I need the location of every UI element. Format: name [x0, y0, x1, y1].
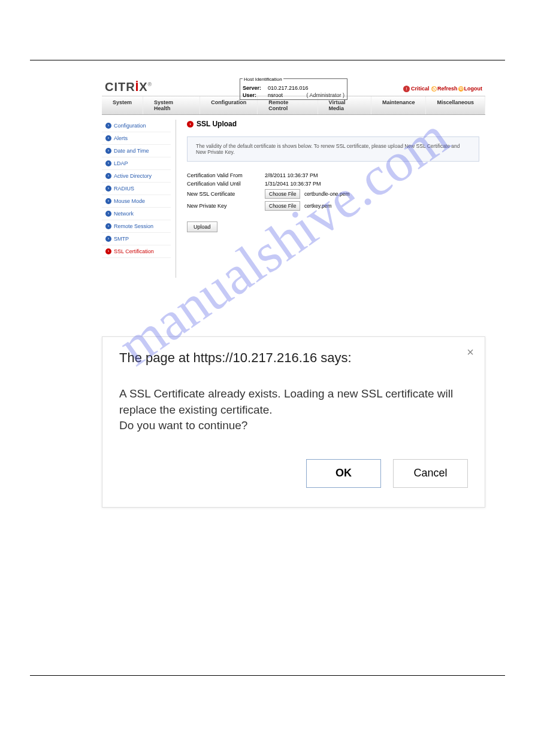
cert-filename: certbundle-one.pem — [304, 191, 350, 197]
row-new-cert: New SSL Certificate Choose File certbund… — [187, 189, 479, 199]
row-valid-until: Certification Valid Until 1/31/2041 10:3… — [187, 181, 479, 187]
sidebar-item-active-directory[interactable]: ›Active Directory — [102, 170, 171, 183]
menu-miscellaneous[interactable]: Miscellaneous — [426, 96, 485, 114]
bullet-icon: › — [105, 173, 111, 179]
sidebar-item-ssl-certification[interactable]: ›SSL Certification — [102, 245, 171, 258]
logo-text-post: X — [139, 80, 147, 93]
logo-reg: ® — [148, 81, 153, 87]
sidebar-item-alerts[interactable]: ›Alerts — [102, 132, 171, 145]
dialog-body-line2: Do you want to continue? — [119, 419, 247, 432]
sidebar-label: Active Directory — [114, 173, 152, 179]
dialog-body: A SSL Certificate already exists. Loadin… — [119, 386, 468, 434]
page-title: › SSL Upload — [187, 120, 479, 128]
choose-file-cert-button[interactable]: Choose File — [265, 189, 300, 199]
sidebar-item-network[interactable]: ›Network — [102, 208, 171, 220]
dialog-body-line1: A SSL Certificate already exists. Loadin… — [119, 387, 453, 416]
divider-bottom — [30, 675, 505, 676]
row-new-key: New Private Key Choose File certkey.pem — [187, 201, 479, 211]
sidebar-item-ldap[interactable]: ›LDAP — [102, 157, 171, 170]
cancel-button[interactable]: Cancel — [393, 459, 468, 488]
sidebar-item-remote-session[interactable]: ›Remote Session — [102, 220, 171, 233]
choose-file-key-button[interactable]: Choose File — [265, 201, 300, 211]
divider-top — [30, 60, 505, 60]
host-id-legend: Host Identification — [243, 77, 283, 82]
dialog-buttons: OK Cancel — [119, 459, 468, 488]
upload-button[interactable]: Upload — [187, 221, 217, 232]
citrix-logo: CITRİX® — [105, 80, 152, 94]
bullet-icon: › — [105, 236, 111, 242]
critical-icon: ! — [403, 86, 410, 92]
menu-maintenance[interactable]: Maintenance — [371, 96, 427, 114]
key-filename: certkey.pem — [304, 203, 332, 209]
app-header: CITRİX® Host Identification Server: 010.… — [102, 78, 485, 96]
sidebar-label: LDAP — [114, 160, 128, 166]
bullet-icon: › — [105, 211, 111, 217]
top-links: !Critical ↻Refresh⏻Logout — [403, 86, 482, 92]
sidebar-label: Date and Time — [114, 148, 149, 154]
info-box: The validity of the default certificate … — [187, 136, 479, 162]
sidebar-item-configuration[interactable]: ›Configuration — [102, 120, 171, 132]
dialog-title: The page at https://10.217.216.16 says: — [119, 350, 468, 366]
host-id-server-row: Server: 010.217.216.016 — [240, 85, 347, 92]
bullet-icon: › — [105, 160, 111, 166]
sidebar-label: Network — [114, 211, 134, 217]
valid-from-value: 2/8/2011 10:36:37 PM — [265, 172, 318, 178]
bullet-icon: › — [105, 223, 111, 229]
user-label: User: — [243, 92, 268, 98]
sidebar-label: RADIUS — [114, 186, 134, 192]
title-bullet-icon: › — [187, 121, 194, 127]
ok-button[interactable]: OK — [306, 459, 381, 488]
sidebar-label: SSL Certification — [114, 248, 154, 254]
sidebar-item-date-time[interactable]: ›Date and Time — [102, 145, 171, 157]
valid-until-label: Certification Valid Until — [187, 181, 265, 187]
bullet-icon: › — [105, 123, 111, 129]
close-icon[interactable]: × — [467, 345, 474, 359]
sidebar-label: Remote Session — [114, 223, 153, 229]
vertical-divider — [176, 120, 176, 278]
critical-link[interactable]: Critical — [411, 86, 430, 92]
new-key-label: New Private Key — [187, 203, 265, 209]
server-label: Server: — [243, 85, 268, 91]
app-window: CITRİX® Host Identification Server: 010.… — [102, 78, 485, 283]
logout-link[interactable]: Logout — [464, 86, 483, 92]
sidebar-item-mouse-mode[interactable]: ›Mouse Mode — [102, 195, 171, 208]
sidebar-label: Alerts — [114, 135, 128, 141]
new-cert-label: New SSL Certificate — [187, 191, 265, 197]
main-panel: › SSL Upload The validity of the default… — [181, 115, 485, 283]
logo-text-pre: CITR — [105, 80, 135, 93]
content-area: ›Configuration ›Alerts ›Date and Time ›L… — [102, 115, 485, 283]
menu-system-health[interactable]: System Health — [143, 96, 200, 114]
bullet-icon: › — [105, 186, 111, 192]
host-identification-box: Host Identification Server: 010.217.216.… — [240, 78, 347, 100]
valid-from-label: Certification Valid From — [187, 172, 265, 178]
server-value: 010.217.216.016 — [268, 85, 344, 91]
bullet-icon: › — [105, 248, 111, 254]
row-valid-from: Certification Valid From 2/8/2011 10:36:… — [187, 172, 479, 178]
user-role: ( Administrator ) — [306, 92, 344, 98]
confirm-dialog: × The page at https://10.217.216.16 says… — [102, 336, 485, 508]
sidebar-label: Configuration — [114, 123, 146, 129]
bullet-icon: › — [105, 135, 111, 141]
menu-system[interactable]: System — [102, 96, 143, 114]
user-value: nsroot — [268, 92, 306, 98]
sidebar-item-smtp[interactable]: ›SMTP — [102, 233, 171, 245]
sidebar: ›Configuration ›Alerts ›Date and Time ›L… — [102, 115, 171, 283]
valid-until-value: 1/31/2041 10:36:37 PM — [265, 181, 321, 187]
bullet-icon: › — [105, 198, 111, 204]
refresh-icon: ↻ — [431, 86, 437, 92]
host-id-user-row: User: nsroot ( Administrator ) — [240, 92, 347, 99]
logout-icon: ⏻ — [458, 86, 464, 92]
refresh-link[interactable]: Refresh — [437, 86, 458, 92]
bullet-icon: › — [105, 148, 111, 154]
page-title-text: SSL Upload — [197, 120, 237, 128]
sidebar-item-radius[interactable]: ›RADIUS — [102, 183, 171, 195]
sidebar-label: Mouse Mode — [114, 198, 145, 204]
sidebar-label: SMTP — [114, 236, 129, 242]
